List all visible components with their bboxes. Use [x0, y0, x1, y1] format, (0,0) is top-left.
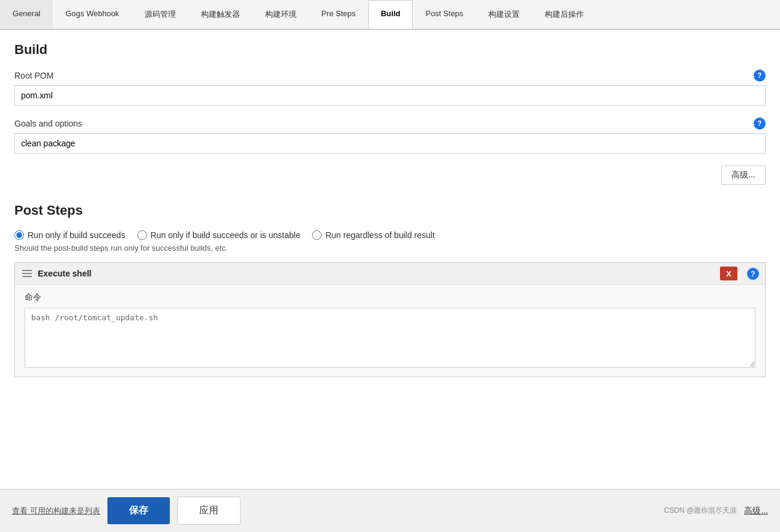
- build-section-title: Build: [14, 42, 766, 58]
- save-button[interactable]: 保存: [107, 497, 170, 522]
- tab-build-env[interactable]: 构建环境: [253, 0, 309, 29]
- execute-shell-header: Execute shell X ?: [15, 263, 765, 285]
- tab-build-trigger[interactable]: 构建触发器: [188, 0, 253, 29]
- radio-run-unstable-input[interactable]: [137, 230, 147, 240]
- execute-shell-help-icon[interactable]: ?: [747, 267, 759, 279]
- radio-hint: Should the post-build steps run only for…: [14, 244, 766, 253]
- execute-shell-body: 命令: [15, 285, 765, 377]
- execute-shell-container: Execute shell X ? 命令: [14, 262, 766, 377]
- radio-run-always-input[interactable]: [312, 230, 322, 240]
- radio-run-unstable[interactable]: Run only if build succeeds or is unstabl…: [137, 230, 301, 240]
- root-pom-input[interactable]: [14, 85, 766, 106]
- root-pom-group: Root POM ?: [14, 70, 766, 106]
- goals-help-icon[interactable]: ?: [754, 118, 766, 130]
- execute-shell-actions: X ?: [720, 267, 759, 281]
- radio-run-always-label: Run regardless of build result: [325, 230, 434, 240]
- post-steps-section: Post Steps Run only if build succeeds Ru…: [14, 203, 766, 377]
- tab-pre-steps[interactable]: Pre Steps: [309, 0, 368, 29]
- advanced-row: 高级...: [14, 166, 766, 185]
- tab-source-mgmt[interactable]: 源码管理: [132, 0, 188, 29]
- apply-button[interactable]: 应用: [177, 497, 241, 522]
- post-steps-title: Post Steps: [14, 203, 766, 218]
- advanced-button[interactable]: 高级...: [721, 166, 766, 185]
- tab-build-settings[interactable]: 构建设置: [476, 0, 532, 29]
- bottom-advanced-button[interactable]: 高级...: [744, 506, 768, 516]
- radio-run-success-input[interactable]: [14, 230, 24, 240]
- goals-input[interactable]: [14, 133, 766, 154]
- tab-gogs-webhook[interactable]: Gogs Webhook: [53, 0, 131, 29]
- goals-group: Goals and options ?: [14, 118, 766, 154]
- bottom-bar: 查看 可用的构建来是列表 保存 应用 CSDN @愿你混尽天涯 高级...: [0, 489, 780, 522]
- goals-label: Goals and options: [14, 119, 82, 128]
- main-content: Build Root POM ? Goals and options ? 高级.…: [0, 30, 780, 522]
- radio-group: Run only if build succeeds Run only if b…: [14, 230, 766, 240]
- radio-run-unstable-label: Run only if build succeeds or is unstabl…: [151, 230, 301, 240]
- delete-execute-shell-button[interactable]: X: [720, 267, 737, 281]
- tab-general[interactable]: General: [0, 0, 53, 29]
- radio-run-success-label: Run only if build succeeds: [28, 230, 125, 240]
- radio-run-success[interactable]: Run only if build succeeds: [14, 230, 125, 240]
- execute-shell-title: Execute shell: [38, 269, 92, 278]
- command-textarea[interactable]: [25, 308, 755, 368]
- radio-run-always[interactable]: Run regardless of build result: [312, 230, 434, 240]
- tab-build[interactable]: Build: [368, 0, 413, 30]
- root-pom-help-icon[interactable]: ?: [754, 70, 766, 82]
- drag-handle[interactable]: [22, 270, 32, 277]
- root-pom-label: Root POM: [14, 71, 53, 80]
- bottom-hint[interactable]: 查看 可用的构建来是列表: [12, 506, 100, 516]
- tab-post-steps[interactable]: Post Steps: [413, 0, 476, 29]
- tab-post-build[interactable]: 构建后操作: [532, 0, 596, 29]
- tab-bar: General Gogs Webhook 源码管理 构建触发器 构建环境 Pre…: [0, 0, 780, 30]
- watermark-text: CSDN @愿你混尽天涯: [664, 506, 737, 516]
- command-label: 命令: [25, 292, 755, 303]
